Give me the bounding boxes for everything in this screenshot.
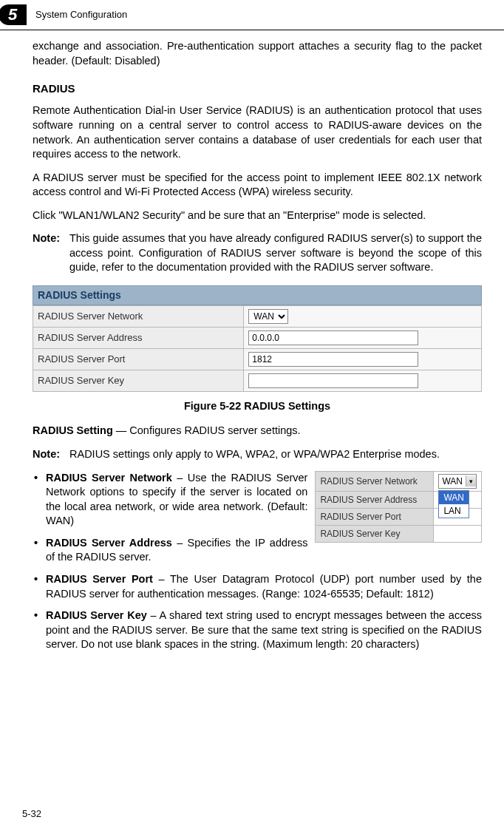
radius-network-select[interactable]: WAN xyxy=(248,309,288,324)
bullet-text: RADIUS Server Port – The User Datagram P… xyxy=(46,572,482,601)
bullet-text: RADIUS Server Network – Use the RADIUS S… xyxy=(46,471,307,529)
radius-paragraph-1: Remote Authentication Dial-in User Servi… xyxy=(33,104,482,161)
radius-mini-panel: RADIUS Server Network WAN ▾ WAN LAN RADI… xyxy=(315,471,482,543)
figure-caption: Figure 5-22 RADIUS Settings xyxy=(33,399,482,414)
row-field xyxy=(244,327,482,348)
radius-address-input[interactable] xyxy=(248,330,418,345)
radius-setting-rest: — Configures RADIUS server settings. xyxy=(113,424,301,436)
dropdown-option[interactable]: LAN xyxy=(439,504,469,518)
chapter-number-badge: 5 xyxy=(0,4,27,25)
bullet-marker: • xyxy=(33,572,46,601)
page-content: exchange and association. Pre-authentica… xyxy=(0,39,504,652)
page-header: 5 System Configuration xyxy=(0,0,504,30)
table-row: RADIUS Server Network WAN xyxy=(33,305,482,327)
row-field: WAN ▾ WAN LAN xyxy=(434,471,482,491)
row-field xyxy=(244,370,482,391)
page-number: 5-32 xyxy=(22,807,41,821)
table-row: RADIUS Server Network WAN ▾ WAN LAN xyxy=(316,471,482,491)
note-label: Note: xyxy=(33,231,69,275)
table-row: RADIUS Server Key xyxy=(316,526,482,543)
mini-table: RADIUS Server Network WAN ▾ WAN LAN RADI… xyxy=(315,471,482,543)
bullet-marker: • xyxy=(33,608,46,652)
dropdown-option[interactable]: WAN xyxy=(439,491,469,504)
table-row: RADIUS Server Key xyxy=(33,370,482,391)
table-row: RADIUS Server Address xyxy=(33,327,482,348)
row-label: RADIUS Server Address xyxy=(33,327,244,348)
bullet-item: • RADIUS Server Address – Specifies the … xyxy=(33,536,307,565)
note-text: This guide assumes that you have already… xyxy=(69,231,482,275)
mini-network-select[interactable]: WAN ▾ xyxy=(438,474,477,489)
row-label: RADIUS Server Key xyxy=(33,370,244,391)
radius-heading: RADIUS xyxy=(33,81,482,96)
bullet-marker: • xyxy=(33,536,46,565)
note-1: Note: This guide assumes that you have a… xyxy=(33,231,482,275)
note-2: Note: RADIUS settings only apply to WPA,… xyxy=(33,447,482,462)
bullet-text: RADIUS Server Key – A shared text string… xyxy=(46,608,482,652)
row-label: RADIUS Server Key xyxy=(316,526,434,543)
bullet-marker: • xyxy=(33,471,46,529)
note-text: RADIUS settings only apply to WPA, WPA2,… xyxy=(69,447,440,462)
bullet-title: RADIUS Server Port xyxy=(46,573,153,585)
bullet-title: RADIUS Server Network xyxy=(46,472,172,484)
chevron-down-icon: ▾ xyxy=(466,475,476,486)
row-label: RADIUS Server Address xyxy=(316,491,434,508)
radius-settings-figure: RADIUS Settings RADIUS Server Network WA… xyxy=(33,285,482,392)
row-field xyxy=(244,348,482,370)
chapter-title: System Configuration xyxy=(35,8,127,21)
bullet-item: • RADIUS Server Key – A shared text stri… xyxy=(33,608,482,652)
note-label: Note: xyxy=(33,447,69,462)
dropdown-listbox[interactable]: WAN LAN xyxy=(438,490,469,518)
table-row: RADIUS Server Port xyxy=(33,348,482,370)
radius-port-input[interactable] xyxy=(248,352,418,367)
bullet-title: RADIUS Server Address xyxy=(46,537,172,549)
row-field: WAN xyxy=(244,305,482,327)
intro-paragraph: exchange and association. Pre-authentica… xyxy=(33,39,482,68)
radius-key-input[interactable] xyxy=(248,373,418,388)
select-value: WAN xyxy=(439,475,466,488)
row-field xyxy=(434,526,482,543)
bullet-title: RADIUS Server Key xyxy=(46,609,147,621)
figure-title-bar: RADIUS Settings xyxy=(33,285,482,305)
radius-settings-table: RADIUS Server Network WAN RADIUS Server … xyxy=(33,305,482,392)
row-label: RADIUS Server Port xyxy=(33,348,244,370)
row-label: RADIUS Server Network xyxy=(33,305,244,327)
radius-setting-title: RADIUS Setting xyxy=(33,424,113,436)
radius-setting-line: RADIUS Setting — Configures RADIUS serve… xyxy=(33,424,482,438)
bullet-item: • RADIUS Server Port – The User Datagram… xyxy=(33,572,482,601)
row-label: RADIUS Server Network xyxy=(316,471,434,491)
row-label: RADIUS Server Port xyxy=(316,508,434,525)
bullet-item: • RADIUS Server Network – Use the RADIUS… xyxy=(33,471,307,529)
bullet-text: RADIUS Server Address – Specifies the IP… xyxy=(46,536,307,565)
radius-paragraph-3: Click "WLAN1/WLAN2 Security" and be sure… xyxy=(33,208,482,223)
radius-paragraph-2: A RADIUS server must be specified for th… xyxy=(33,171,482,200)
